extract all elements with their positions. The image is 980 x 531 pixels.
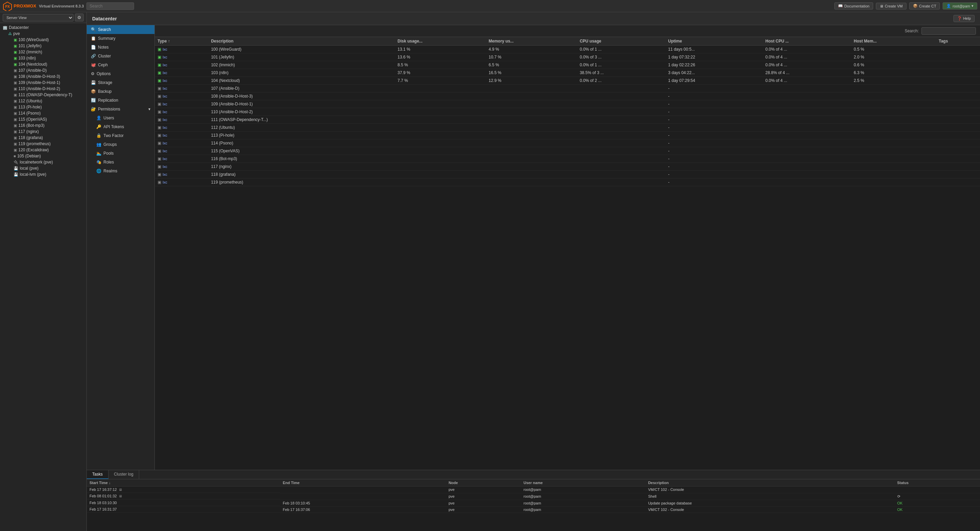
table-row[interactable]: ▣lxc 110 (Ansible-D-Host-2) - [155, 108, 980, 116]
tree-item-datacenter[interactable]: 🏢Datacenter [0, 24, 86, 30]
table-row[interactable]: ▣lxc 101 (Jellyfin) 13.6 % 10.7 % 0.0% o… [155, 53, 980, 61]
col-header-description[interactable]: Description [208, 37, 395, 46]
tree-item-103[interactable]: ▣103 (n8n) [0, 55, 86, 61]
bottom-col-status[interactable]: Status [894, 479, 980, 487]
nav-item-backup[interactable]: 📦Backup [87, 87, 154, 96]
table-row[interactable]: ▣lxc 117 (nginx) - [155, 163, 980, 171]
col-header-uptime[interactable]: Uptime [665, 37, 762, 46]
nav-item-roles[interactable]: 🎭Roles [87, 158, 154, 166]
tree-item-119[interactable]: ▣119 (prometheus) [0, 141, 86, 147]
col-header-disk_usage[interactable]: Disk usage... [395, 37, 486, 46]
table-row[interactable]: ▣lxc 108 (Ansible-D-Host-3) - [155, 92, 980, 100]
nav-item-storage[interactable]: 💾Storage [87, 78, 154, 87]
bottom-tab-tasks[interactable]: Tasks [87, 470, 108, 479]
bottom-col-start_time[interactable]: Start Time ↓ [87, 479, 280, 487]
col-header-type[interactable]: Type ↑ [155, 37, 208, 46]
table-row[interactable]: ▣lxc 118 (grafana) - [155, 171, 980, 179]
nav-item-api-tokens[interactable]: 🔑API Tokens [87, 122, 154, 131]
tree-item-118[interactable]: ▣118 (grafana) [0, 135, 86, 141]
cell-disk: 37.9 % [395, 69, 486, 77]
tree-item-local[interactable]: 💾local (pve) [0, 165, 86, 171]
gear-button[interactable]: ⚙ [75, 14, 84, 21]
bottom-col-user[interactable]: User name [521, 479, 646, 487]
table-search-input[interactable] [921, 27, 976, 35]
col-header-host_cpu[interactable]: Host CPU ... [762, 37, 851, 46]
nav-item-realms[interactable]: 🌐Realms [87, 166, 154, 175]
create-vm-button[interactable]: 🖥 Create VM [876, 3, 907, 10]
task-row[interactable]: Feb 08 01:01:32🖥 pve root@pam Shell ⟳ [87, 493, 980, 500]
nav-item-pools[interactable]: 🏊Pools [87, 149, 154, 158]
nav-label-storage: Storage [98, 80, 112, 85]
tree-item-pve[interactable]: 🖧pve [0, 30, 86, 37]
table-row[interactable]: ▣lxc 111 (OWASP-Dependency-T...) - [155, 116, 980, 124]
tree-item-localnetwork[interactable]: 🔌localnetwork (pve) [0, 159, 86, 165]
server-view-select[interactable]: Server View [3, 14, 73, 21]
nav-item-search[interactable]: 🔍Search [87, 25, 154, 34]
nav-item-notes[interactable]: 📄Notes [87, 43, 154, 52]
create-ct-icon: 📦 [913, 4, 918, 8]
tree-item-115[interactable]: ▣115 (OpenVAS) [0, 116, 86, 122]
user-menu-button[interactable]: 👤 root@pam ▾ [943, 2, 977, 10]
tree-item-104[interactable]: ▣104 (Nextcloud) [0, 61, 86, 67]
bottom-col-end_time[interactable]: End Time [280, 479, 446, 487]
cell-type: ▣lxc [155, 77, 208, 85]
table-row[interactable]: ▣lxc 119 (prometheus) - [155, 179, 980, 186]
tree-icon-119: ▣ [14, 142, 17, 146]
table-row[interactable]: ▣lxc 112 (Ubuntu) - [155, 124, 980, 132]
tree-item-local-lvm[interactable]: 💾local-lvm (pve) [0, 171, 86, 178]
tree-item-113[interactable]: ▣113 (Pi-hole) [0, 104, 86, 110]
cell-type: ▣lxc [155, 108, 208, 116]
create-ct-button[interactable]: 📦 Create CT [909, 2, 940, 10]
documentation-button[interactable]: 📖 Documentation [834, 2, 873, 10]
tree-item-101[interactable]: ▣101 (Jellyfin) [0, 43, 86, 49]
tree-item-107[interactable]: ▣107 (Ansible-D) [0, 67, 86, 73]
tree-area: 🏢Datacenter🖧pve▣100 (WireGuard)▣101 (Jel… [0, 23, 86, 531]
help-button[interactable]: ❓ Help [953, 15, 975, 22]
col-header-tags[interactable]: Tags [936, 37, 980, 46]
table-row[interactable]: ▣lxc 115 (OpenVAS) - [155, 147, 980, 155]
tree-item-120[interactable]: ▣120 (Excalidraw) [0, 147, 86, 153]
tree-item-109[interactable]: ▣109 (Ansible-D-Host-1) [0, 79, 86, 86]
cell-cpu [577, 179, 666, 186]
bottom-col-description[interactable]: Description [646, 479, 894, 487]
nav-item-users[interactable]: 👤Users [87, 114, 154, 122]
bottom-col-node[interactable]: Node [446, 479, 520, 487]
nav-item-two-factor[interactable]: 🔒Two Factor [87, 131, 154, 140]
col-header-memory_usage[interactable]: Memory us... [486, 37, 577, 46]
col-header-host_mem[interactable]: Host Mem... [851, 37, 936, 46]
bottom-tab-cluster-log[interactable]: Cluster log [108, 470, 139, 479]
nav-item-summary[interactable]: 📋Summary [87, 34, 154, 43]
nav-item-permissions[interactable]: 🔐Permissions▾ [87, 105, 154, 114]
table-row[interactable]: ▣lxc 107 (Ansible-D) - [155, 85, 980, 92]
tree-item-108[interactable]: ▣108 (Ansible-D-Host-3) [0, 73, 86, 79]
nav-item-ceph[interactable]: 🐙Ceph [87, 60, 154, 69]
cell-mem [486, 116, 577, 124]
table-row[interactable]: ▣lxc 103 (n8n) 37.9 % 16.5 % 38.5% of 3 … [155, 69, 980, 77]
table-row[interactable]: ▣lxc 113 (Pi-hole) - [155, 132, 980, 139]
tree-item-105[interactable]: ■105 (Debian) [0, 153, 86, 159]
tree-item-112[interactable]: ▣112 (Ubuntu) [0, 98, 86, 104]
tree-item-117[interactable]: ▣117 (nginx) [0, 128, 86, 135]
nav-item-replication[interactable]: 🔄Replication [87, 96, 154, 105]
nav-item-cluster[interactable]: 🔗Cluster [87, 52, 154, 60]
task-row[interactable]: Feb 18 03:10:30 Feb 18 03:10:45 pve root… [87, 500, 980, 506]
table-row[interactable]: ▣lxc 109 (Ansible-D-Host-1) - [155, 100, 980, 108]
task-row[interactable]: Feb 17 16:37:12🖥 pve root@pam VM/CT 102 … [87, 487, 980, 493]
tree-item-111[interactable]: ▣111 (OWASP-Dependency-T) [0, 92, 86, 98]
tree-item-116[interactable]: ▣116 (Bot-mp3) [0, 122, 86, 128]
topbar-search-input[interactable] [86, 2, 134, 10]
tree-item-102[interactable]: ▣102 (Immich) [0, 49, 86, 55]
table-row[interactable]: ▣lxc 104 (Nextcloud) 7.7 % 12.9 % 0.0% o… [155, 77, 980, 85]
nav-label-users: Users [103, 116, 114, 120]
table-row[interactable]: ▣lxc 114 (Psono) - [155, 139, 980, 147]
table-row[interactable]: ▣lxc 116 (Bot-mp3) - [155, 155, 980, 163]
nav-item-options[interactable]: ⚙Options [87, 69, 154, 78]
task-row[interactable]: Feb 17 16:31:37 Feb 17 16:37:06 pve root… [87, 506, 980, 513]
table-row[interactable]: ▣lxc 100 (WireGuard) 13.1 % 4.9 % 0.0% o… [155, 46, 980, 53]
tree-item-100[interactable]: ▣100 (WireGuard) [0, 37, 86, 43]
tree-item-114[interactable]: ▣114 (Psono) [0, 110, 86, 116]
tree-item-110[interactable]: ▣110 (Ansible-D-Host-2) [0, 86, 86, 92]
nav-item-groups[interactable]: 👥Groups [87, 140, 154, 149]
table-row[interactable]: ▣lxc 102 (Immich) 8.5 % 6.5 % 0.0% of 1 … [155, 61, 980, 69]
col-header-cpu_usage[interactable]: CPU usage [577, 37, 666, 46]
